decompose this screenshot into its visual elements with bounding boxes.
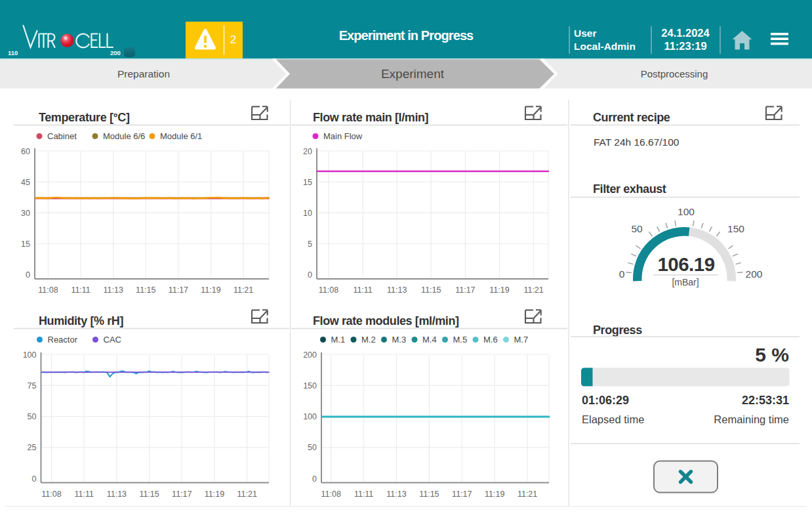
svg-text:11:17: 11:17 bbox=[169, 285, 188, 295]
svg-text:5: 5 bbox=[308, 240, 312, 249]
svg-text:150: 150 bbox=[727, 223, 744, 234]
svg-text:M.4: M.4 bbox=[422, 335, 437, 345]
svg-text:11:19: 11:19 bbox=[489, 285, 509, 295]
svg-text:50: 50 bbox=[308, 443, 317, 452]
svg-text:11:08: 11:08 bbox=[319, 285, 338, 295]
svg-text:11:08: 11:08 bbox=[38, 285, 58, 295]
svg-text:[mBar]: [mBar] bbox=[672, 277, 699, 287]
svg-text:45: 45 bbox=[21, 178, 30, 187]
svg-text:Main Flow: Main Flow bbox=[323, 131, 363, 141]
svg-text:106.19: 106.19 bbox=[657, 253, 714, 275]
svg-text:M.3: M.3 bbox=[392, 335, 407, 345]
svg-text:11:11: 11:11 bbox=[74, 490, 93, 499]
svg-text:M.7: M.7 bbox=[514, 335, 529, 345]
svg-text:11:15: 11:15 bbox=[139, 490, 159, 499]
svg-text:Module 6/1: Module 6/1 bbox=[160, 131, 202, 141]
svg-text:11:21: 11:21 bbox=[233, 285, 253, 295]
svg-text:11:11: 11:11 bbox=[354, 490, 373, 499]
svg-text:Current recipe: Current recipe bbox=[593, 111, 670, 124]
svg-text:M.2: M.2 bbox=[361, 335, 376, 345]
svg-text:150: 150 bbox=[303, 381, 317, 390]
svg-text:FAT 24h 16.67/100: FAT 24h 16.67/100 bbox=[594, 136, 680, 148]
svg-text:11:21: 11:21 bbox=[237, 490, 257, 499]
svg-text:100: 100 bbox=[23, 350, 37, 360]
svg-text:Progress: Progress bbox=[593, 324, 642, 337]
svg-text:50: 50 bbox=[631, 223, 643, 234]
svg-text:Humidity [% rH]: Humidity [% rH] bbox=[39, 314, 123, 327]
svg-text:15: 15 bbox=[21, 240, 30, 249]
svg-text:11:11: 11:11 bbox=[71, 285, 90, 295]
svg-text:50: 50 bbox=[28, 412, 37, 421]
svg-text:0: 0 bbox=[619, 268, 625, 280]
svg-text:M.1: M.1 bbox=[331, 335, 346, 345]
svg-text:0: 0 bbox=[26, 270, 30, 280]
svg-text:10: 10 bbox=[303, 209, 312, 218]
svg-text:11:21: 11:21 bbox=[523, 285, 543, 295]
svg-text:11:21: 11:21 bbox=[518, 490, 537, 499]
svg-text:Flow rate main [l/min]: Flow rate main [l/min] bbox=[313, 111, 428, 124]
svg-text:11:11: 11:11 bbox=[353, 285, 372, 295]
svg-text:0: 0 bbox=[32, 474, 37, 484]
svg-text:Module 6/6: Module 6/6 bbox=[103, 131, 145, 141]
svg-text:11:19: 11:19 bbox=[205, 490, 224, 499]
svg-text:11:13: 11:13 bbox=[387, 285, 407, 295]
svg-text:11:19: 11:19 bbox=[485, 490, 504, 499]
svg-text:11:13: 11:13 bbox=[386, 490, 406, 499]
svg-text:25: 25 bbox=[28, 443, 37, 452]
svg-text:0: 0 bbox=[308, 270, 312, 280]
svg-text:Postprocessing: Postprocessing bbox=[641, 68, 708, 79]
svg-text:Filter exhaust: Filter exhaust bbox=[593, 182, 666, 196]
svg-text:Elapsed time: Elapsed time bbox=[582, 413, 644, 425]
svg-text:11:17: 11:17 bbox=[452, 490, 472, 499]
svg-text:Experiment: Experiment bbox=[381, 67, 445, 81]
svg-text:100: 100 bbox=[678, 206, 695, 217]
svg-text:Temperature [°C]: Temperature [°C] bbox=[39, 111, 130, 124]
svg-text:11:15: 11:15 bbox=[421, 285, 441, 295]
svg-text:Flow rate modules [ml/min]: Flow rate modules [ml/min] bbox=[313, 314, 459, 327]
svg-text:Reactor: Reactor bbox=[48, 335, 78, 345]
svg-text:22:53:31: 22:53:31 bbox=[742, 394, 789, 407]
svg-text:11:19: 11:19 bbox=[201, 285, 220, 295]
svg-text:200: 200 bbox=[303, 350, 317, 360]
svg-text:CAC: CAC bbox=[104, 335, 121, 345]
svg-text:60: 60 bbox=[21, 147, 30, 156]
svg-text:0: 0 bbox=[312, 474, 317, 484]
svg-text:Cabinet: Cabinet bbox=[47, 131, 77, 141]
svg-text:11:13: 11:13 bbox=[107, 490, 127, 499]
svg-text:75: 75 bbox=[28, 381, 37, 390]
svg-text:200: 200 bbox=[746, 268, 763, 280]
svg-text:11:15: 11:15 bbox=[419, 490, 439, 499]
svg-text:M.5: M.5 bbox=[453, 335, 468, 345]
svg-text:11:17: 11:17 bbox=[455, 285, 475, 295]
svg-text:11:08: 11:08 bbox=[321, 490, 341, 499]
svg-text:11:15: 11:15 bbox=[136, 285, 155, 295]
svg-text:01:06:29: 01:06:29 bbox=[582, 394, 629, 407]
svg-text:100: 100 bbox=[303, 412, 317, 421]
svg-text:5 %: 5 % bbox=[755, 344, 789, 366]
svg-text:15: 15 bbox=[303, 178, 312, 187]
svg-text:11:08: 11:08 bbox=[41, 490, 61, 499]
svg-text:11:13: 11:13 bbox=[104, 285, 123, 295]
svg-text:20: 20 bbox=[303, 147, 312, 156]
svg-text:M.6: M.6 bbox=[483, 335, 498, 345]
svg-text:Remaining time: Remaining time bbox=[714, 413, 789, 425]
svg-text:Preparation: Preparation bbox=[117, 68, 170, 79]
svg-text:11:17: 11:17 bbox=[172, 490, 192, 499]
svg-text:30: 30 bbox=[21, 209, 30, 218]
